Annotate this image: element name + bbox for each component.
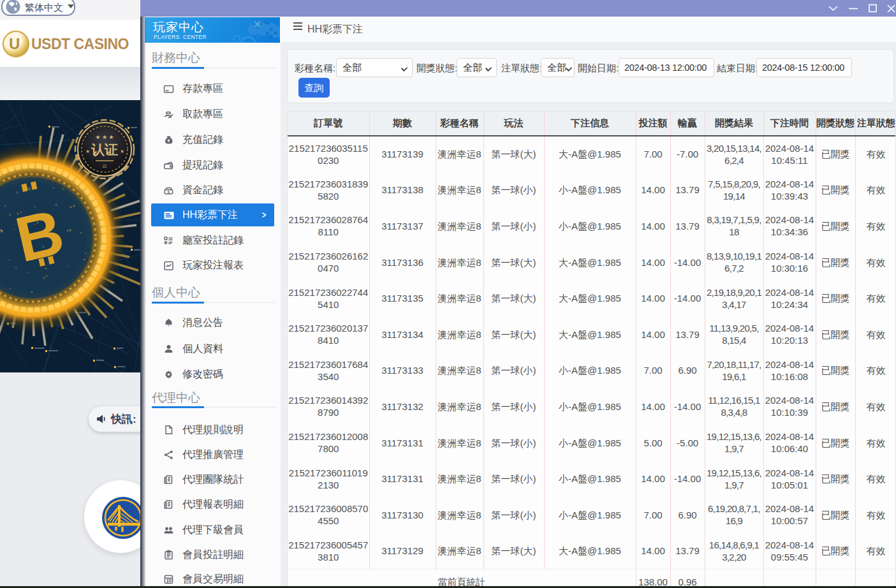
svg-text:★: ★	[85, 149, 90, 154]
svg-text:★ ★ ★: ★ ★ ★	[95, 134, 114, 140]
svg-text:¥: ¥	[168, 138, 170, 142]
svg-text:★: ★	[120, 149, 124, 154]
svg-text:$: $	[168, 190, 170, 194]
svg-text:认证: 认证	[91, 142, 118, 157]
svg-text:⚖: ⚖	[102, 163, 106, 169]
